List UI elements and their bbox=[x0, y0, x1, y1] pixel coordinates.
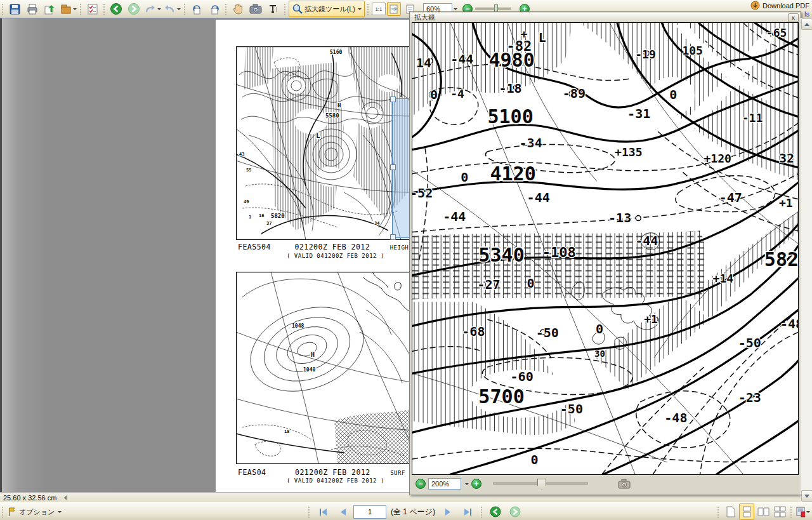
magnifier-window: 拡大鏡 x bbox=[409, 11, 801, 495]
map-label: 0 bbox=[669, 87, 677, 102]
map-label: -89 bbox=[563, 86, 586, 101]
magnifier-toolbar: − 200% + bbox=[412, 476, 799, 492]
map-label: 55 bbox=[246, 168, 251, 173]
previous-view-button[interactable] bbox=[487, 503, 504, 520]
download-pdf-label: Download PDF bbox=[763, 2, 809, 10]
map-label: 14 bbox=[416, 55, 431, 70]
magnifier-tool-button[interactable]: 拡大鏡ツール(L) bbox=[289, 1, 365, 17]
toolbar-grip[interactable] bbox=[480, 505, 483, 518]
vertical-scrollbar[interactable] bbox=[801, 18, 812, 502]
forward-button[interactable] bbox=[126, 1, 142, 17]
pdf-viewer-window: 拡大鏡ツール(L) 1:1 60% − + Download PDF ls bbox=[0, 0, 812, 520]
selection-handle[interactable] bbox=[390, 97, 396, 102]
magnifier-zoom-in-button[interactable]: + bbox=[471, 479, 481, 489]
map-label: -50 bbox=[536, 325, 559, 340]
magnifier-viewport[interactable]: 14-44-82+L4980-18-890-45100-19105-65-310… bbox=[412, 22, 799, 475]
toolbar-grip[interactable] bbox=[790, 505, 793, 518]
hand-tool-button[interactable] bbox=[230, 1, 246, 17]
first-page-icon bbox=[318, 508, 328, 516]
export-button[interactable] bbox=[42, 1, 58, 17]
actual-size-button[interactable]: 1:1 bbox=[372, 3, 386, 15]
map-label: 18 bbox=[284, 429, 289, 434]
toolbar-grip[interactable] bbox=[225, 3, 228, 15]
scroll-up-button[interactable] bbox=[801, 18, 812, 30]
map-label: 4980 bbox=[488, 49, 534, 71]
page-number-input[interactable] bbox=[353, 505, 386, 519]
magnifier-zoom-select[interactable]: 200% bbox=[428, 478, 461, 490]
magnifier-titlebar[interactable]: 拡大鏡 bbox=[410, 13, 800, 22]
map-label: 5700 bbox=[478, 385, 524, 408]
pdf-export-button[interactable] bbox=[796, 503, 811, 520]
continuous-page-button[interactable] bbox=[739, 503, 754, 520]
map-label: 34 bbox=[374, 221, 379, 226]
lower-chart-valid: ( VALID 041200Z FEB 2012 ) bbox=[287, 477, 384, 484]
fit-width-button[interactable] bbox=[387, 2, 401, 16]
toolbar-grip[interactable] bbox=[284, 3, 287, 15]
map-label: -44 bbox=[635, 233, 658, 248]
toolbar-grip[interactable] bbox=[79, 3, 82, 15]
collapse-arrow-icon[interactable] bbox=[62, 495, 67, 500]
toolbar-grip[interactable] bbox=[367, 3, 370, 15]
checklist-button[interactable] bbox=[84, 1, 101, 17]
pdf-page[interactable]: 5160H5580L58204355491163734 FEAS504 0212… bbox=[216, 20, 418, 492]
magnifier-zoom-slider[interactable] bbox=[493, 483, 588, 485]
two-up-continuous-icon bbox=[774, 506, 786, 517]
back-button[interactable] bbox=[108, 1, 124, 17]
prev-page-icon bbox=[339, 508, 347, 516]
selection-handle[interactable] bbox=[390, 164, 396, 170]
two-up-continuous-button[interactable] bbox=[772, 503, 787, 520]
magnifier-close-button[interactable]: x bbox=[788, 13, 799, 22]
toolbar-grip[interactable] bbox=[308, 505, 311, 518]
map-label: 1 bbox=[249, 215, 251, 220]
map-label: 5580 bbox=[325, 112, 339, 119]
toolbar-grip[interactable] bbox=[1, 3, 4, 15]
magnifier-map: 14-44-82+L4980-18-890-45100-19105-65-310… bbox=[412, 23, 798, 474]
map-label: 0 bbox=[531, 452, 539, 467]
map-label: +14 bbox=[713, 272, 734, 285]
map-label: -18 bbox=[499, 81, 521, 96]
toolbar-grip[interactable] bbox=[183, 3, 187, 15]
snapshot-button[interactable] bbox=[247, 1, 264, 17]
back-icon bbox=[110, 3, 122, 15]
zoom-slider[interactable] bbox=[475, 8, 511, 10]
toolbar-grip[interactable] bbox=[1, 505, 4, 518]
map-label: -50 bbox=[738, 335, 761, 350]
next-page-button[interactable] bbox=[440, 503, 457, 520]
options-button[interactable]: オプション bbox=[6, 503, 62, 520]
print-button[interactable] bbox=[24, 1, 41, 17]
magnifier-zoom-slider-thumb[interactable] bbox=[537, 479, 546, 490]
scroll-down-button[interactable] bbox=[801, 490, 812, 502]
two-up-button[interactable] bbox=[756, 503, 771, 520]
map-label: 16 bbox=[259, 213, 264, 218]
magnifier-icon bbox=[292, 3, 303, 15]
options-label: オプション bbox=[19, 507, 55, 517]
undo-button[interactable] bbox=[143, 1, 162, 17]
toolbar-grip[interactable] bbox=[103, 3, 106, 15]
magnifier-snapshot-button[interactable] bbox=[616, 477, 632, 491]
first-page-button[interactable] bbox=[315, 503, 331, 520]
magnifier-zoom-out-button[interactable]: − bbox=[416, 479, 426, 489]
redo-button[interactable] bbox=[163, 1, 181, 17]
page-navigation: (全 1 ページ) bbox=[306, 503, 524, 520]
flag-icon bbox=[7, 507, 17, 517]
selection-handle[interactable] bbox=[390, 234, 396, 240]
single-page-icon bbox=[726, 506, 735, 517]
single-page-button[interactable] bbox=[723, 503, 738, 520]
map-label: 0 bbox=[430, 87, 438, 102]
rotate-right-button[interactable] bbox=[206, 1, 223, 17]
next-view-button[interactable] bbox=[507, 503, 523, 520]
organizer-button[interactable] bbox=[60, 1, 77, 17]
rotate-left-button[interactable] bbox=[188, 1, 205, 17]
last-page-button[interactable] bbox=[460, 503, 476, 520]
magnifier-tool-dropdown-arrow bbox=[358, 8, 362, 12]
prev-page-button[interactable] bbox=[334, 503, 351, 520]
typewriter-tool-button[interactable] bbox=[265, 1, 282, 17]
upper-chart-valid: ( VALID 041200Z FEB 2012 ) bbox=[287, 253, 384, 259]
toolbar-grip[interactable] bbox=[717, 505, 720, 518]
upper-chart-time: 021200Z FEB 2012 bbox=[294, 243, 370, 251]
map-label: 37 bbox=[266, 221, 272, 226]
upper-chart-map: 5160H5580L58204355491163734 bbox=[236, 46, 416, 240]
save-button[interactable] bbox=[6, 1, 23, 17]
map-label: 43 bbox=[239, 152, 244, 157]
magnifier-zoom-dropdown-arrow[interactable] bbox=[465, 483, 469, 487]
